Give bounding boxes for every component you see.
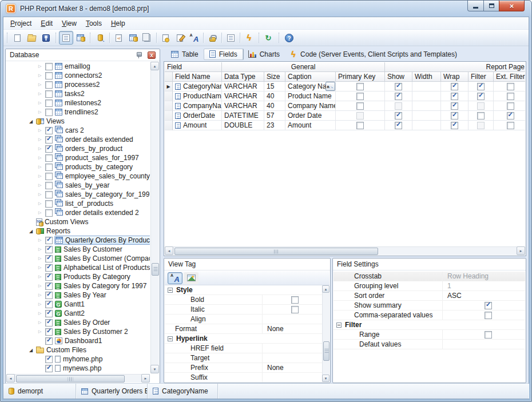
property-value[interactable]: [442, 330, 525, 339]
property-value[interactable]: None: [262, 363, 322, 372]
tab-charts[interactable]: Charts: [243, 49, 285, 59]
toggle-database-panel-button[interactable]: [59, 31, 73, 45]
cell-ext-filter[interactable]: [494, 82, 525, 91]
collapse-icon[interactable]: ▷: [38, 64, 45, 69]
property-bold[interactable]: Bold: [165, 295, 322, 305]
property-grouping-level[interactable]: Grouping level1: [334, 281, 525, 291]
column-header-filter[interactable]: Filter: [469, 72, 494, 82]
cell-show[interactable]: [385, 91, 412, 101]
tree-checkbox[interactable]: [45, 136, 53, 144]
tab-table[interactable]: Table: [166, 49, 204, 59]
menu-edit[interactable]: Edit: [36, 18, 57, 29]
cell-primary-key[interactable]: [336, 101, 385, 111]
tree-checkbox[interactable]: [45, 191, 53, 198]
cell-show-checkbox[interactable]: [395, 83, 402, 90]
tree-checkbox[interactable]: [45, 337, 53, 345]
cell-wrap-checkbox[interactable]: [451, 122, 458, 129]
tree-checkbox[interactable]: [45, 127, 53, 134]
cell-data-type[interactable]: VARCHAR: [222, 101, 264, 111]
property-checkbox[interactable]: [485, 302, 492, 309]
cell-show-checkbox[interactable]: [395, 102, 402, 110]
collapse-icon[interactable]: ▷: [38, 320, 45, 325]
tree-checkbox[interactable]: [45, 209, 53, 217]
pin-icon[interactable]: [136, 51, 142, 59]
collapse-icon[interactable]: ▷: [38, 146, 45, 151]
column-header-caption[interactable]: Caption: [285, 72, 336, 82]
cell-primary-key[interactable]: [336, 121, 385, 130]
row-selector[interactable]: [165, 91, 173, 101]
cell-data-type[interactable]: DOUBLE: [222, 121, 264, 130]
menu-view[interactable]: View: [57, 18, 81, 29]
property-value[interactable]: None: [262, 324, 322, 333]
tree-item-gantt2[interactable]: ▷Gantt2: [6, 309, 150, 318]
database-button[interactable]: [93, 31, 108, 45]
cell-primary-key-checkbox[interactable]: [356, 83, 364, 90]
cell-filter-checkbox[interactable]: [477, 102, 485, 110]
property-value[interactable]: 1: [442, 281, 525, 290]
cell-ext-filter[interactable]: [494, 111, 525, 121]
cell-filter[interactable]: [469, 121, 494, 130]
field-order-button[interactable]: [224, 31, 238, 45]
property-range[interactable]: Range: [334, 330, 525, 340]
cell-caption[interactable]: Company Name: [285, 101, 336, 111]
expand-icon[interactable]: ◢: [29, 229, 36, 234]
scroll-right-icon[interactable]: ►: [141, 374, 150, 383]
tree-checkbox[interactable]: [45, 310, 53, 317]
tree-item-processes2[interactable]: ▷processes2: [6, 80, 150, 89]
tree-checkbox[interactable]: [45, 182, 53, 189]
cell-field-name[interactable]: Amount: [173, 121, 222, 130]
table-view-button[interactable]: [73, 31, 88, 45]
tree-checkbox[interactable]: [45, 237, 53, 244]
property-value[interactable]: Row Heading: [442, 272, 525, 281]
tree-checkbox[interactable]: [45, 154, 53, 162]
help-button[interactable]: [282, 31, 296, 45]
tree-item-emaillog[interactable]: ▷emaillog: [6, 62, 150, 71]
menu-project[interactable]: Project: [6, 18, 36, 29]
cell-data-type[interactable]: VARCHAR: [222, 82, 264, 91]
tree-item-sales-by-customer[interactable]: ▷Sales By Customer: [6, 245, 150, 254]
cell-wrap[interactable]: [441, 121, 469, 130]
property-checkbox[interactable]: [291, 296, 299, 304]
column-header-width[interactable]: Width: [412, 72, 441, 82]
scroll-up-icon[interactable]: ▲: [322, 285, 329, 293]
tree-item-sales-by-year[interactable]: ▷Sales By Year: [6, 290, 150, 300]
collapse-icon[interactable]: ▷: [38, 82, 45, 87]
tree-item-reports[interactable]: ◢Reports: [6, 226, 150, 236]
tree-item-employee-sales-by-county-for-1997[interactable]: ▷employee_sales_by_county_for_1997: [6, 172, 150, 181]
view-tag-scroll-thumb[interactable]: [323, 341, 329, 361]
cell-ext-filter-checkbox[interactable]: [507, 112, 514, 120]
cell-filter[interactable]: [469, 91, 494, 101]
tree-checkbox[interactable]: [45, 328, 53, 336]
tree-item-cars-2[interactable]: ▷cars 2: [6, 126, 150, 135]
cell-caption[interactable]: Category Namea→: [285, 82, 336, 91]
property-value[interactable]: [262, 344, 322, 353]
cell-show-checkbox[interactable]: [395, 93, 402, 100]
collapse-icon[interactable]: ▷: [38, 174, 45, 178]
tab-fields[interactable]: Fields: [204, 49, 243, 60]
cell-primary-key[interactable]: [336, 91, 385, 101]
cell-size[interactable]: 57: [264, 111, 285, 121]
collapse-icon[interactable]: ▷: [38, 284, 45, 288]
collapse-icon[interactable]: ▷: [38, 156, 45, 160]
cell-ext-filter-checkbox[interactable]: [507, 122, 514, 129]
column-header-primary-key[interactable]: Primary Key: [336, 72, 385, 82]
property-checkbox[interactable]: [485, 331, 492, 339]
cell-size[interactable]: 40: [264, 101, 285, 111]
collapse-icon[interactable]: ▷: [38, 247, 45, 252]
multi-language-icon[interactable]: a→: [325, 82, 335, 91]
tree-item-views[interactable]: ◢Views: [6, 117, 150, 126]
tree-checkbox[interactable]: [45, 99, 53, 107]
tree-checkbox[interactable]: [45, 173, 53, 180]
property-prefix[interactable]: PrefixNone: [165, 363, 322, 373]
row-selector[interactable]: [165, 101, 173, 111]
property-value[interactable]: [262, 315, 322, 324]
property-value[interactable]: [442, 340, 525, 349]
collapse-icon[interactable]: ▷: [38, 265, 45, 270]
cell-data-type[interactable]: VARCHAR: [222, 91, 264, 101]
property-value[interactable]: ASC: [442, 291, 525, 300]
cell-field-name[interactable]: CompanyName: [173, 101, 222, 111]
cell-wrap-checkbox[interactable]: [451, 93, 458, 100]
property-value[interactable]: [262, 373, 322, 382]
cell-wrap-checkbox[interactable]: [451, 102, 458, 110]
cell-show[interactable]: [385, 82, 412, 91]
